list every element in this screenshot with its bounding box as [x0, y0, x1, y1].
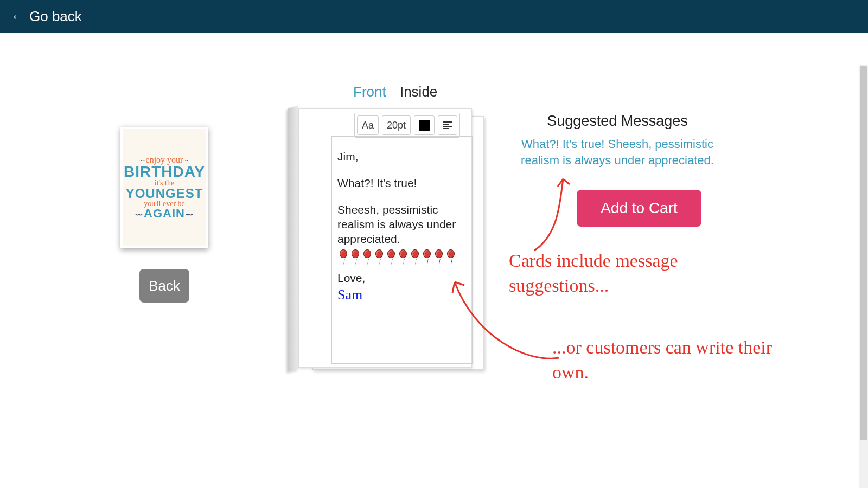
- balloon-icon: [397, 249, 409, 266]
- tab-front[interactable]: Front: [353, 84, 386, 100]
- text-align-picker[interactable]: [438, 115, 457, 135]
- thumb-line-again: AGAIN: [135, 208, 194, 220]
- thumb-line-youngest: YOUNGEST: [126, 187, 203, 200]
- editor-line-1: What?! It's true!: [337, 176, 467, 191]
- app-header: ← Go back: [0, 0, 868, 33]
- balloon-row: [337, 249, 467, 266]
- editor-greeting: Jim,: [337, 150, 467, 164]
- editor-signature: Sam: [337, 286, 467, 304]
- balloon-icon: [385, 249, 397, 266]
- go-back-link[interactable]: ← Go back: [11, 8, 82, 25]
- editor-line-2: Sheesh, pessimistic realism is always un…: [337, 203, 467, 247]
- suggested-messages-title: Suggested Messages: [503, 113, 731, 130]
- tab-inside[interactable]: Inside: [400, 84, 437, 100]
- scrollbar[interactable]: [859, 65, 868, 488]
- editor-signoff: Love,: [337, 271, 467, 286]
- page-content: enjoy your BIRTHDAY it's the YOUNGEST yo…: [0, 33, 868, 488]
- message-editor[interactable]: Jim, What?! It's true! Sheesh, pessimist…: [331, 136, 473, 364]
- annotation-suggestions: Cards include message suggestions...: [509, 248, 769, 298]
- balloon-icon: [421, 249, 433, 266]
- balloon-icon: [445, 249, 457, 266]
- balloon-icon: [433, 249, 445, 266]
- arrow-left-icon: ←: [11, 8, 25, 25]
- card-page: Aa 20pt Jim, What?! It's: [298, 108, 472, 368]
- thumb-line-birthday: BIRTHDAY: [124, 164, 205, 179]
- balloon-icon: [361, 249, 373, 266]
- card-spine: [288, 106, 298, 372]
- text-toolbar: Aa 20pt: [354, 113, 460, 138]
- scrollbar-thumb[interactable]: [860, 66, 867, 440]
- color-swatch-icon: [419, 120, 430, 131]
- svg-rect-3: [443, 128, 449, 129]
- blank-line: [337, 164, 467, 176]
- right-column: Suggested Messages What?! It's true! She…: [503, 113, 775, 227]
- card-back-button[interactable]: Back: [139, 269, 189, 303]
- font-picker[interactable]: Aa: [357, 115, 379, 135]
- font-size-picker[interactable]: 20pt: [382, 115, 411, 135]
- suggested-message-option[interactable]: What?! It's true! Sheesh, pessimistic re…: [503, 136, 731, 168]
- go-back-label: Go back: [29, 8, 82, 25]
- align-left-icon: [443, 121, 452, 129]
- add-to-cart-button[interactable]: Add to Cart: [577, 190, 701, 227]
- card-thumbnail-art: enjoy your BIRTHDAY it's the YOUNGEST yo…: [123, 129, 206, 246]
- card-thumbnail[interactable]: enjoy your BIRTHDAY it's the YOUNGEST yo…: [120, 127, 208, 248]
- balloon-icon: [349, 249, 361, 266]
- font-color-picker[interactable]: [414, 115, 435, 135]
- balloon-icon: [373, 249, 385, 266]
- card-editor-stage: Aa 20pt Jim, What?! It's: [288, 108, 484, 372]
- card-face-tabs: Front Inside: [353, 84, 447, 100]
- svg-rect-0: [443, 121, 452, 123]
- balloon-icon: [409, 249, 421, 266]
- svg-rect-1: [443, 124, 449, 125]
- svg-rect-2: [443, 126, 452, 127]
- annotation-write-own: ...or customers can write their own.: [552, 335, 780, 385]
- blank-line: [337, 191, 467, 203]
- balloon-icon: [337, 249, 349, 266]
